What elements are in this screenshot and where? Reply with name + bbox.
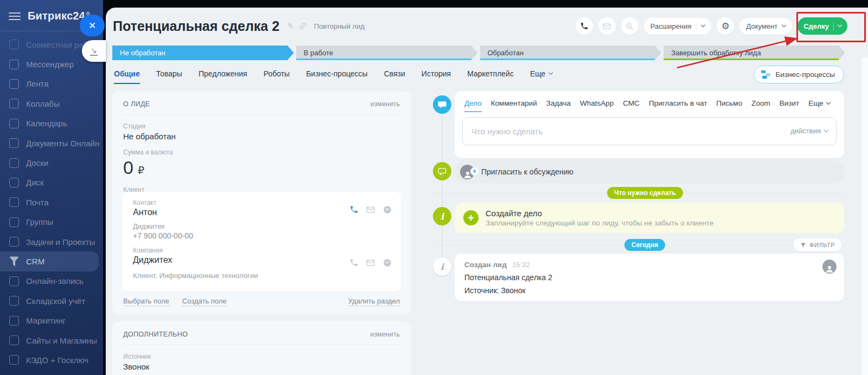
panel-scrollbar[interactable] [861,57,868,375]
amount-field-value[interactable]: 0 ₽ [123,157,400,178]
sidebar-item-mail[interactable]: Почта [0,192,103,212]
edit-title-icon[interactable]: ✎ [287,21,294,31]
sidebar-item-collabs[interactable]: Коллабы [0,94,103,113]
tab-еще[interactable]: Еще [808,99,829,111]
chevron-down-icon [824,127,828,132]
sidebar-item-boards[interactable]: Доски [0,153,103,172]
tab-предложения[interactable]: Предложения [199,69,247,83]
chevron-down-icon [782,23,786,27]
business-processes-button[interactable]: Бизнес-процессы [754,66,844,83]
timeline-rail [442,105,443,267]
tab-бизнес-процессы[interactable]: Бизнес-процессы [306,69,367,83]
tab-визит[interactable]: Визит [780,99,799,111]
panel-header: Потенциальная сделка 2 ✎ Повторный лид [106,8,868,41]
tab-комментарий[interactable]: Комментарий [491,99,537,111]
invite-person-icon: + [460,165,475,179]
tab-письмо[interactable]: Письмо [716,99,742,111]
document-button[interactable]: Документ [739,18,792,35]
contact-phone-number[interactable]: +7 900 000-00-00 [133,231,390,240]
tab-роботы[interactable]: Роботы [264,69,290,83]
stage-segment[interactable]: Завершить обработку лида [663,46,845,60]
timeline-tabs: ДелоКомментарийЗадачаWhatsAppСМСПригласи… [455,91,844,112]
hamburger-menu-icon[interactable] [9,10,21,22]
tab-маркетплейс[interactable]: Маркетплейс [467,69,514,83]
timeline-entry-card: Создан лид 15:32 Потенциальная сделка 2 … [455,254,844,301]
tab-смс[interactable]: СМС [623,99,640,111]
call-button[interactable] [576,17,593,35]
entry-lead-name[interactable]: Потенциальная сделка 2 [464,273,834,282]
sidebar-item-label: Коллабы [26,99,60,108]
tab-общие[interactable]: Общие [114,69,140,84]
chat-company-icon[interactable] [382,258,392,268]
email-company-icon[interactable] [366,258,375,268]
stage-segment[interactable]: В работе [296,46,478,60]
sidebar-item-documents-online[interactable]: Документы Онлайн [0,133,103,153]
sidebar-item-crm[interactable]: CRM [0,251,99,271]
settings-gear-button[interactable]: ⚙ [717,17,734,35]
tab-whatsapp[interactable]: WhatsApp [580,99,614,111]
collabs-icon [9,99,19,108]
tab-пригласить-в-чат[interactable]: Пригласить в чат [649,99,707,111]
sidebar-item-groups[interactable]: Группы [0,212,103,232]
stage-segment[interactable]: Обработан [480,46,662,60]
tab-товары[interactable]: Товары [156,69,182,83]
sidebar-item-label: Доски [26,158,48,167]
call-contact-icon[interactable] [349,205,359,215]
about-card-title: О ЛИДЕ [123,100,150,108]
select-field-link[interactable]: Выбрать поле [123,297,169,306]
tab-еще[interactable]: Еще [530,69,553,83]
boards-icon [9,158,19,168]
tab-связи[interactable]: Связи [384,69,405,83]
add-activity-button[interactable]: + [463,210,478,225]
email-contact-icon[interactable] [366,205,375,215]
sidebar-item-sites[interactable]: Сайты и Магазины [0,331,103,350]
copy-link-icon[interactable] [299,22,307,30]
contact-company-name: Диджитех [133,222,390,230]
plus-icon: + [470,167,478,176]
collapse-slider-button[interactable]: ↘ [82,40,106,62]
create-field-link[interactable]: Создать поле [182,297,227,306]
tab-label: Комментарий [491,99,537,107]
close-slider-button[interactable]: ✕ [80,15,105,36]
sidebar-item-tasks[interactable]: Задачи и Проекты [0,232,103,251]
edit-link[interactable]: изменить [371,100,400,108]
delete-section-link[interactable]: Удалить раздел [348,297,400,306]
sidebar-item-marketing[interactable]: Маркетинг [0,311,103,330]
tab-label: История [422,69,451,78]
stage-field-value[interactable]: Не обработан [123,132,400,141]
tab-label: Zoom [751,99,770,107]
filter-label: ФИЛЬТР [809,242,835,248]
actions-label: действия [790,127,821,135]
search-zoom-button[interactable] [621,17,639,35]
tab-задача[interactable]: Задача [546,99,571,111]
booking-icon [9,276,19,286]
tab-история[interactable]: История [422,69,451,83]
create-deal-button[interactable]: Сделку [797,17,847,35]
hint-title[interactable]: Создайте дело [486,209,713,218]
sidebar-item-label: Диск [26,178,44,187]
field-links-row: Выбрать поле Создать поле Удалить раздел [123,297,400,306]
sidebar-item-inventory[interactable]: Складской учёт [0,291,103,311]
chevron-down-icon [701,23,705,27]
actions-dropdown[interactable]: действия [790,127,828,135]
timeline-filter-button[interactable]: ФИЛЬТР [794,238,841,251]
sidebar-item-calendar[interactable]: Календарь [0,114,103,133]
invite-discussion-row[interactable]: + Пригласить к обсуждению [455,160,844,183]
todo-marker-badge[interactable]: Что нужно сделать [607,187,683,199]
stage-segment[interactable]: Не обработан [112,46,294,60]
tab-zoom[interactable]: Zoom [751,99,770,111]
edit-link[interactable]: изменить [371,331,400,338]
tab-дело[interactable]: Дело [464,99,482,112]
todo-input[interactable] [462,117,837,145]
sidebar-item-label: КЭДО + Госключ [26,355,88,365]
sidebar-item-booking[interactable]: Онлайн-запись [0,271,103,291]
sidebar-item-drive[interactable]: Диск [0,173,103,192]
sidebar-item-kedo[interactable]: КЭДО + Госключ [0,350,103,370]
source-field-value[interactable]: Звонок [123,362,400,371]
sidebar-item-feed[interactable]: Лента [0,74,103,94]
extensions-button[interactable]: Расширения [644,18,712,35]
call-company-icon[interactable] [349,258,359,268]
email-button[interactable] [598,17,616,35]
chat-contact-icon[interactable] [382,205,392,215]
sidebar-item-label: Маркетинг [26,316,66,325]
